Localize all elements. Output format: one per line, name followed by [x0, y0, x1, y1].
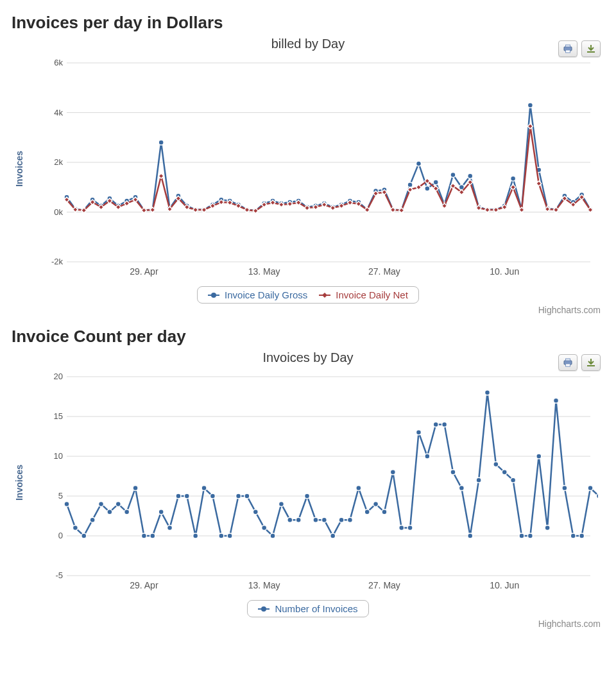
svg-point-181[interactable]	[210, 493, 215, 499]
svg-point-170[interactable]	[116, 501, 121, 506]
section-title-count: Invoice Count per day	[12, 327, 604, 347]
svg-point-214[interactable]	[493, 461, 499, 467]
export-button[interactable]	[581, 40, 601, 57]
legend-item-net[interactable]: Invoice Daily Net	[319, 289, 408, 300]
svg-point-203[interactable]	[399, 526, 404, 531]
chart-count: Invoices by Day Invoices -50510152029. A…	[12, 350, 604, 629]
svg-point-65[interactable]	[468, 173, 473, 178]
plot-area-count[interactable]: Invoices -50510152029. Apr13. May27. May…	[47, 370, 598, 595]
svg-point-201[interactable]	[382, 510, 387, 515]
svg-point-202[interactable]	[390, 470, 395, 475]
svg-point-188[interactable]	[270, 533, 275, 538]
svg-point-176[interactable]	[167, 526, 173, 531]
svg-point-60[interactable]	[425, 186, 430, 191]
svg-point-193[interactable]	[313, 517, 318, 522]
svg-text:27. May: 27. May	[368, 580, 400, 590]
svg-point-210[interactable]	[459, 486, 464, 491]
svg-point-215[interactable]	[502, 470, 507, 475]
svg-point-180[interactable]	[201, 486, 207, 491]
svg-point-194[interactable]	[321, 517, 327, 522]
svg-point-171[interactable]	[124, 510, 130, 515]
svg-point-222[interactable]	[562, 486, 567, 491]
svg-point-218[interactable]	[527, 533, 533, 538]
svg-point-173[interactable]	[141, 533, 146, 538]
svg-point-213[interactable]	[484, 390, 490, 395]
legend-item-gross[interactable]: Invoice Daily Gross	[208, 289, 307, 300]
svg-point-174[interactable]	[150, 533, 155, 538]
svg-point-220[interactable]	[545, 526, 550, 531]
svg-point-195[interactable]	[330, 533, 336, 538]
legend-item-count[interactable]: Number of Invoices	[258, 603, 357, 614]
plot-area-dollars[interactable]: Invoices -2k0k2k4k6k29. Apr13. May27. Ma…	[47, 56, 598, 281]
svg-point-167[interactable]	[90, 517, 95, 522]
svg-point-186[interactable]	[253, 510, 258, 515]
legend-dollars: Invoice Daily Gross Invoice Daily Net	[12, 286, 604, 304]
svg-point-175[interactable]	[158, 510, 164, 515]
legend-count: Number of Invoices	[12, 600, 604, 617]
svg-point-166[interactable]	[81, 533, 87, 538]
export-button[interactable]	[581, 354, 601, 371]
svg-point-29[interactable]	[158, 140, 164, 145]
svg-point-182[interactable]	[219, 533, 224, 538]
print-icon	[563, 358, 573, 367]
svg-point-172[interactable]	[133, 486, 138, 491]
svg-point-178[interactable]	[184, 493, 189, 499]
svg-point-207[interactable]	[433, 422, 438, 427]
svg-point-189[interactable]	[278, 501, 284, 506]
svg-point-196[interactable]	[339, 517, 344, 522]
svg-point-190[interactable]	[287, 517, 293, 522]
svg-point-204[interactable]	[407, 526, 413, 531]
svg-point-225[interactable]	[588, 486, 593, 491]
svg-point-191[interactable]	[296, 517, 301, 522]
svg-point-59[interactable]	[416, 161, 421, 166]
svg-point-216[interactable]	[511, 477, 516, 483]
credit-link[interactable]: Highcharts.com	[12, 305, 601, 315]
svg-point-183[interactable]	[227, 533, 232, 538]
svg-point-200[interactable]	[373, 501, 379, 506]
svg-point-205[interactable]	[416, 430, 421, 435]
svg-point-164[interactable]	[64, 501, 69, 506]
svg-text:15: 15	[54, 411, 63, 421]
svg-point-208[interactable]	[442, 422, 447, 427]
svg-point-61[interactable]	[433, 180, 438, 185]
svg-point-169[interactable]	[107, 510, 112, 515]
svg-point-223[interactable]	[570, 533, 576, 538]
svg-text:13. May: 13. May	[248, 580, 280, 590]
svg-point-206[interactable]	[425, 454, 430, 459]
svg-point-177[interactable]	[176, 493, 181, 499]
svg-point-211[interactable]	[468, 533, 473, 538]
print-button[interactable]	[558, 354, 578, 371]
svg-text:10. Jun: 10. Jun	[490, 580, 519, 590]
yaxis-label: Invoices	[14, 151, 24, 187]
svg-point-192[interactable]	[305, 493, 310, 499]
svg-point-165[interactable]	[73, 526, 78, 531]
svg-point-179[interactable]	[193, 533, 198, 538]
print-button[interactable]	[558, 40, 578, 57]
svg-point-187[interactable]	[262, 526, 267, 531]
svg-text:10. Jun: 10. Jun	[490, 266, 519, 277]
svg-point-219[interactable]	[536, 454, 542, 459]
svg-point-199[interactable]	[364, 510, 370, 515]
svg-point-224[interactable]	[579, 533, 585, 538]
svg-point-185[interactable]	[244, 493, 250, 499]
svg-point-63[interactable]	[450, 172, 456, 177]
svg-point-197[interactable]	[347, 517, 352, 522]
svg-point-209[interactable]	[450, 470, 456, 475]
svg-point-184[interactable]	[236, 493, 241, 499]
svg-point-198[interactable]	[356, 486, 361, 491]
svg-text:10: 10	[54, 451, 63, 461]
svg-point-70[interactable]	[511, 176, 516, 181]
svg-point-212[interactable]	[476, 477, 481, 483]
credit-link[interactable]: Highcharts.com	[12, 619, 601, 629]
svg-point-168[interactable]	[99, 501, 104, 506]
svg-rect-3	[587, 51, 595, 53]
download-icon	[586, 44, 596, 53]
svg-point-217[interactable]	[519, 533, 524, 538]
svg-marker-135[interactable]	[536, 181, 542, 186]
legend-label: Invoice Daily Net	[336, 289, 408, 300]
svg-point-221[interactable]	[553, 398, 558, 403]
svg-point-226[interactable]	[596, 493, 598, 499]
svg-point-72[interactable]	[527, 103, 533, 108]
svg-marker-91[interactable]	[158, 173, 164, 178]
section-title-dollars: Invoices per day in Dollars	[12, 13, 604, 33]
